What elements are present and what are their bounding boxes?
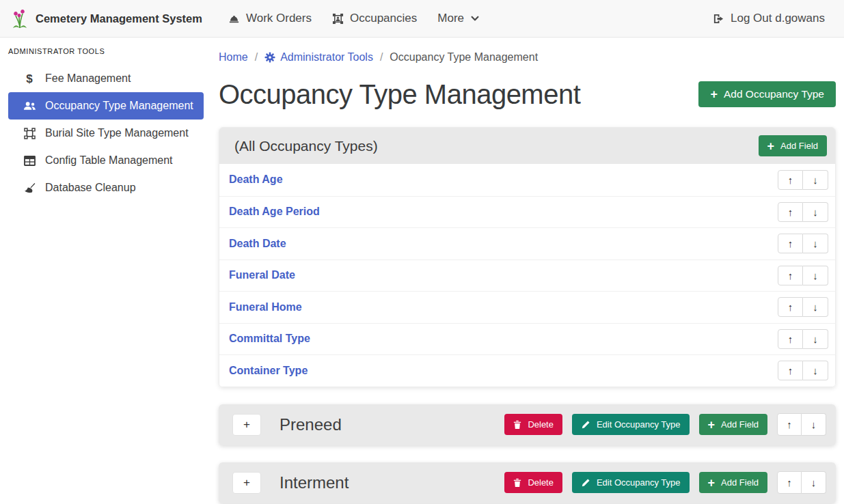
move-up-button[interactable]: ↑: [778, 170, 803, 190]
field-link-death-age-period[interactable]: Death Age Period: [229, 206, 320, 218]
add-field-button[interactable]: + Add Field: [699, 414, 767, 435]
app-title: Cemetery Management System: [36, 12, 202, 25]
move-down-button[interactable]: ↓: [803, 202, 828, 222]
nav-item-label: Work Orders: [246, 12, 312, 25]
move-up-button[interactable]: ↑: [778, 234, 803, 253]
field-link-death-date[interactable]: Death Date: [229, 238, 286, 250]
move-up-button[interactable]: ↑: [778, 266, 803, 285]
sidebar-item-occupancy-type-management[interactable]: Occupancy Type Management: [8, 92, 204, 120]
arrow-down-icon: ↓: [813, 301, 818, 313]
move-down-button[interactable]: ↓: [803, 234, 828, 253]
breadcrumb-separator: /: [255, 51, 258, 64]
nav-item-work-orders[interactable]: Work Orders: [220, 6, 320, 31]
nav-item-label: Occupancies: [350, 12, 417, 25]
section-title: Preneed: [271, 415, 495, 434]
arrow-down-icon: ↓: [811, 477, 817, 488]
plus-icon: +: [708, 478, 716, 488]
sidebar-item-config-table-management[interactable]: Config Table Management: [8, 147, 204, 174]
move-down-button[interactable]: ↓: [803, 170, 828, 190]
move-down-button[interactable]: ↓: [803, 329, 828, 349]
delete-button[interactable]: Delete: [504, 472, 562, 493]
expand-button[interactable]: +: [232, 472, 261, 494]
page-header: Occupancy Type Management + Add Occupanc…: [219, 76, 836, 113]
arrow-up-icon: ↑: [788, 238, 793, 249]
field-link-funeral-date[interactable]: Funeral Date: [229, 269, 295, 281]
vector-square-icon: [22, 128, 37, 139]
move-down-button[interactable]: ↓: [803, 361, 828, 380]
move-up-button[interactable]: ↑: [778, 361, 803, 380]
arrow-up-icon: ↑: [788, 206, 793, 218]
app-brand[interactable]: Cemetery Management System: [11, 8, 202, 29]
edit-occupancy-type-button[interactable]: Edit Occupancy Type: [572, 472, 690, 493]
sidebar-item-label: Burial Site Type Management: [45, 127, 189, 139]
pencil-icon: [581, 420, 590, 430]
move-down-button[interactable]: ↓: [803, 266, 828, 285]
sidebar-item-database-cleanup[interactable]: Database Cleanup: [8, 174, 204, 201]
arrow-down-icon: ↓: [813, 333, 818, 345]
sign-out-icon: [713, 13, 724, 25]
reorder-buttons: ↑ ↓: [778, 202, 828, 222]
field-link-committal-type[interactable]: Committal Type: [229, 333, 310, 345]
arrow-down-icon: ↓: [811, 419, 817, 430]
admin-sidebar: ADMINISTRATOR TOOLS $ Fee Management Occ…: [0, 38, 212, 504]
move-up-button[interactable]: ↑: [778, 297, 803, 317]
reorder-buttons: ↑ ↓: [778, 297, 828, 317]
occupancy-type-section-preneed: + Preneed Delete Edit Occupancy Type + A…: [219, 404, 836, 445]
reorder-buttons: ↑ ↓: [777, 413, 826, 436]
move-down-button[interactable]: ↓: [803, 297, 828, 317]
field-row: Funeral Date ↑ ↓: [219, 260, 835, 292]
trash-icon: [513, 420, 521, 430]
sidebar-item-fee-management[interactable]: $ Fee Management: [8, 65, 204, 92]
field-link-container-type[interactable]: Container Type: [229, 365, 308, 377]
users-icon: [22, 100, 37, 111]
gear-icon: [264, 52, 275, 63]
card-header: (All Occupancy Types) + Add Field: [219, 128, 835, 164]
logout-button[interactable]: Log Out d.gowans: [705, 6, 833, 31]
breadcrumb-link-administrator-tools[interactable]: Administrator Tools: [264, 51, 373, 64]
field-list: Death Age ↑ ↓ Death Age Period ↑ ↓ Death…: [219, 164, 835, 387]
dollar-icon: $: [22, 73, 37, 85]
add-occupancy-type-button[interactable]: + Add Occupancy Type: [698, 81, 836, 107]
breadcrumb: Home/Administrator Tools/Occupancy Type …: [219, 43, 836, 68]
occupancy-type-section-interment: + Interment Delete Edit Occupancy Type +…: [219, 462, 836, 503]
move-up-button[interactable]: ↑: [777, 471, 802, 494]
expand-button[interactable]: +: [232, 414, 261, 436]
section-title: Interment: [271, 473, 495, 492]
sidebar-item-label: Fee Management: [45, 72, 131, 85]
card-title: (All Occupancy Types): [234, 138, 378, 154]
add-field-button[interactable]: + Add Field: [759, 135, 827, 156]
field-link-death-age[interactable]: Death Age: [229, 173, 283, 186]
field-link-funeral-home[interactable]: Funeral Home: [229, 301, 302, 313]
nav-item-more[interactable]: More: [429, 6, 488, 31]
move-up-button[interactable]: ↑: [778, 329, 803, 349]
reorder-buttons: ↑ ↓: [777, 471, 826, 494]
sidebar-item-label: Occupancy Type Management: [45, 100, 193, 112]
move-down-button[interactable]: ↓: [802, 413, 826, 436]
arrow-up-icon: ↑: [788, 270, 793, 281]
plus-icon: +: [243, 476, 250, 489]
hard-hat-icon: [228, 13, 240, 25]
reorder-buttons: ↑ ↓: [778, 170, 828, 190]
edit-occupancy-type-button[interactable]: Edit Occupancy Type: [572, 414, 690, 435]
move-down-button[interactable]: ↓: [802, 471, 826, 494]
reorder-buttons: ↑ ↓: [778, 266, 828, 285]
arrow-down-icon: ↓: [813, 365, 818, 376]
add-field-button[interactable]: + Add Field: [699, 472, 767, 493]
occupancy-frame-icon: [332, 13, 344, 25]
sidebar-item-burial-site-type-management[interactable]: Burial Site Type Management: [8, 120, 204, 147]
breadcrumb-link-home[interactable]: Home: [219, 51, 248, 64]
trash-icon: [513, 478, 521, 488]
field-row: Death Age ↑ ↓: [219, 164, 835, 196]
reorder-buttons: ↑ ↓: [778, 329, 828, 349]
main-nav: Work OrdersOccupanciesMore: [220, 6, 488, 31]
nav-item-occupancies[interactable]: Occupancies: [324, 6, 425, 31]
delete-button[interactable]: Delete: [504, 414, 562, 435]
field-row: Container Type ↑ ↓: [219, 354, 835, 387]
move-up-button[interactable]: ↑: [777, 413, 802, 436]
broom-icon: [22, 182, 37, 193]
move-up-button[interactable]: ↑: [778, 202, 803, 222]
pencil-icon: [581, 478, 590, 488]
chevron-down-icon: [470, 14, 480, 23]
arrow-up-icon: ↑: [788, 333, 793, 345]
arrow-down-icon: ↓: [813, 270, 818, 281]
